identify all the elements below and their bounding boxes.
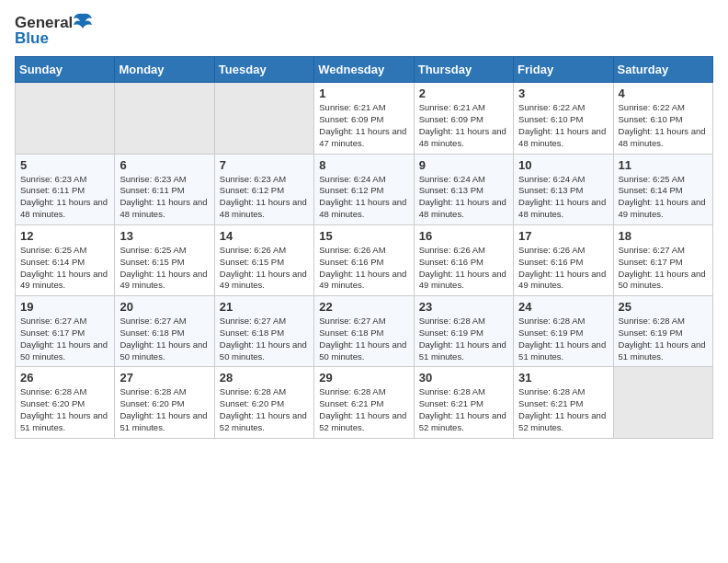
- day-number: 10: [518, 158, 608, 172]
- day-number: 27: [119, 371, 209, 385]
- logo: General Blue: [15, 15, 92, 47]
- calendar-cell: 24Sunrise: 6:28 AM Sunset: 6:19 PM Dayli…: [514, 296, 613, 367]
- day-info: Sunrise: 6:27 AM Sunset: 6:17 PM Dayligh…: [20, 316, 109, 362]
- day-info: Sunrise: 6:28 AM Sunset: 6:21 PM Dayligh…: [518, 386, 608, 433]
- calendar-cell: 19Sunrise: 6:27 AM Sunset: 6:17 PM Dayli…: [16, 296, 115, 367]
- day-number: 24: [518, 300, 608, 314]
- day-number: 26: [20, 371, 109, 385]
- weekday-header-row: SundayMondayTuesdayWednesdayThursdayFrid…: [16, 57, 713, 83]
- calendar-week-row: 5Sunrise: 6:23 AM Sunset: 6:11 PM Daylig…: [16, 154, 713, 224]
- day-number: 9: [419, 158, 508, 172]
- day-info: Sunrise: 6:27 AM Sunset: 6:18 PM Dayligh…: [319, 316, 408, 362]
- day-number: 8: [319, 158, 408, 172]
- day-number: 23: [419, 300, 508, 314]
- day-number: 6: [119, 158, 209, 172]
- day-info: Sunrise: 6:26 AM Sunset: 6:15 PM Dayligh…: [220, 245, 309, 292]
- weekday-header-saturday: Saturday: [613, 57, 712, 83]
- day-number: 4: [619, 86, 708, 100]
- day-info: Sunrise: 6:25 AM Sunset: 6:14 PM Dayligh…: [20, 245, 109, 292]
- calendar-cell: 12Sunrise: 6:25 AM Sunset: 6:14 PM Dayli…: [16, 224, 115, 295]
- day-info: Sunrise: 6:28 AM Sunset: 6:19 PM Dayligh…: [619, 316, 708, 362]
- calendar-cell: 5Sunrise: 6:23 AM Sunset: 6:11 PM Daylig…: [16, 154, 115, 224]
- day-info: Sunrise: 6:26 AM Sunset: 6:16 PM Dayligh…: [518, 245, 608, 292]
- weekday-header-friday: Friday: [514, 57, 613, 83]
- calendar-cell: 16Sunrise: 6:26 AM Sunset: 6:16 PM Dayli…: [414, 224, 513, 295]
- day-number: 11: [619, 158, 708, 172]
- day-info: Sunrise: 6:27 AM Sunset: 6:17 PM Dayligh…: [619, 245, 708, 292]
- day-info: Sunrise: 6:23 AM Sunset: 6:11 PM Dayligh…: [20, 174, 109, 221]
- day-number: 29: [319, 371, 408, 385]
- day-number: 7: [220, 158, 309, 172]
- weekday-header-tuesday: Tuesday: [214, 57, 313, 83]
- day-number: 28: [220, 371, 309, 385]
- day-number: 14: [220, 229, 309, 243]
- calendar-cell: 11Sunrise: 6:25 AM Sunset: 6:14 PM Dayli…: [613, 154, 712, 224]
- day-number: 22: [319, 300, 408, 314]
- day-info: Sunrise: 6:28 AM Sunset: 6:21 PM Dayligh…: [319, 386, 408, 433]
- calendar-cell: 26Sunrise: 6:28 AM Sunset: 6:20 PM Dayli…: [16, 367, 115, 438]
- day-info: Sunrise: 6:24 AM Sunset: 6:13 PM Dayligh…: [419, 174, 508, 221]
- day-info: Sunrise: 6:27 AM Sunset: 6:18 PM Dayligh…: [220, 316, 309, 362]
- day-number: 19: [20, 300, 109, 314]
- day-number: 15: [319, 229, 408, 243]
- calendar-cell: 6Sunrise: 6:23 AM Sunset: 6:11 PM Daylig…: [115, 154, 214, 224]
- calendar-cell: 21Sunrise: 6:27 AM Sunset: 6:18 PM Dayli…: [214, 296, 313, 367]
- day-number: 31: [518, 371, 608, 385]
- day-number: 2: [419, 86, 508, 100]
- calendar-cell: 29Sunrise: 6:28 AM Sunset: 6:21 PM Dayli…: [314, 367, 414, 438]
- calendar-cell: 9Sunrise: 6:24 AM Sunset: 6:13 PM Daylig…: [414, 154, 513, 224]
- day-number: 17: [518, 229, 608, 243]
- day-info: Sunrise: 6:21 AM Sunset: 6:09 PM Dayligh…: [319, 102, 408, 149]
- day-info: Sunrise: 6:28 AM Sunset: 6:19 PM Dayligh…: [419, 316, 508, 362]
- calendar-cell: 13Sunrise: 6:25 AM Sunset: 6:15 PM Dayli…: [115, 224, 214, 295]
- day-number: 21: [220, 300, 309, 314]
- day-number: 12: [20, 229, 109, 243]
- day-info: Sunrise: 6:27 AM Sunset: 6:18 PM Dayligh…: [119, 316, 209, 362]
- calendar-cell: 30Sunrise: 6:28 AM Sunset: 6:21 PM Dayli…: [414, 367, 513, 438]
- day-info: Sunrise: 6:26 AM Sunset: 6:16 PM Dayligh…: [319, 245, 408, 292]
- weekday-header-monday: Monday: [115, 57, 214, 83]
- calendar-cell: 4Sunrise: 6:22 AM Sunset: 6:10 PM Daylig…: [613, 83, 712, 154]
- calendar-cell: 2Sunrise: 6:21 AM Sunset: 6:09 PM Daylig…: [414, 83, 513, 154]
- day-info: Sunrise: 6:21 AM Sunset: 6:09 PM Dayligh…: [419, 102, 508, 149]
- day-number: 3: [518, 86, 608, 100]
- page-header: General Blue: [15, 15, 713, 47]
- calendar-cell: 8Sunrise: 6:24 AM Sunset: 6:12 PM Daylig…: [314, 154, 414, 224]
- day-number: 30: [419, 371, 508, 385]
- calendar-cell: 15Sunrise: 6:26 AM Sunset: 6:16 PM Dayli…: [314, 224, 414, 295]
- day-number: 18: [619, 229, 708, 243]
- weekday-header-wednesday: Wednesday: [314, 57, 414, 83]
- day-info: Sunrise: 6:28 AM Sunset: 6:20 PM Dayligh…: [119, 386, 209, 433]
- day-number: 1: [319, 86, 408, 100]
- calendar-cell: [115, 83, 214, 154]
- calendar-cell: 3Sunrise: 6:22 AM Sunset: 6:10 PM Daylig…: [514, 83, 613, 154]
- calendar-week-row: 26Sunrise: 6:28 AM Sunset: 6:20 PM Dayli…: [16, 367, 713, 438]
- calendar-cell: 7Sunrise: 6:23 AM Sunset: 6:12 PM Daylig…: [214, 154, 313, 224]
- calendar-table: SundayMondayTuesdayWednesdayThursdayFrid…: [15, 56, 713, 438]
- calendar-week-row: 19Sunrise: 6:27 AM Sunset: 6:17 PM Dayli…: [16, 296, 713, 367]
- day-number: 20: [119, 300, 209, 314]
- day-info: Sunrise: 6:28 AM Sunset: 6:21 PM Dayligh…: [419, 386, 508, 433]
- calendar-cell: 22Sunrise: 6:27 AM Sunset: 6:18 PM Dayli…: [314, 296, 414, 367]
- day-number: 25: [619, 300, 708, 314]
- logo-container: General Blue: [15, 15, 92, 47]
- weekday-header-sunday: Sunday: [16, 57, 115, 83]
- calendar-cell: 23Sunrise: 6:28 AM Sunset: 6:19 PM Dayli…: [414, 296, 513, 367]
- calendar-week-row: 1Sunrise: 6:21 AM Sunset: 6:09 PM Daylig…: [16, 83, 713, 154]
- calendar-cell: [214, 83, 313, 154]
- calendar-cell: 31Sunrise: 6:28 AM Sunset: 6:21 PM Dayli…: [514, 367, 613, 438]
- calendar-cell: 20Sunrise: 6:27 AM Sunset: 6:18 PM Dayli…: [115, 296, 214, 367]
- calendar-week-row: 12Sunrise: 6:25 AM Sunset: 6:14 PM Dayli…: [16, 224, 713, 295]
- day-info: Sunrise: 6:22 AM Sunset: 6:10 PM Dayligh…: [619, 102, 708, 149]
- day-info: Sunrise: 6:24 AM Sunset: 6:12 PM Dayligh…: [319, 174, 408, 221]
- logo-bird-icon: [74, 13, 92, 29]
- calendar-cell: 18Sunrise: 6:27 AM Sunset: 6:17 PM Dayli…: [613, 224, 712, 295]
- day-number: 5: [20, 158, 109, 172]
- calendar-cell: 14Sunrise: 6:26 AM Sunset: 6:15 PM Dayli…: [214, 224, 313, 295]
- day-info: Sunrise: 6:24 AM Sunset: 6:13 PM Dayligh…: [518, 174, 608, 221]
- day-info: Sunrise: 6:22 AM Sunset: 6:10 PM Dayligh…: [518, 102, 608, 149]
- calendar-cell: 1Sunrise: 6:21 AM Sunset: 6:09 PM Daylig…: [314, 83, 414, 154]
- day-info: Sunrise: 6:28 AM Sunset: 6:20 PM Dayligh…: [20, 386, 109, 433]
- day-info: Sunrise: 6:25 AM Sunset: 6:15 PM Dayligh…: [119, 245, 209, 292]
- day-info: Sunrise: 6:26 AM Sunset: 6:16 PM Dayligh…: [419, 245, 508, 292]
